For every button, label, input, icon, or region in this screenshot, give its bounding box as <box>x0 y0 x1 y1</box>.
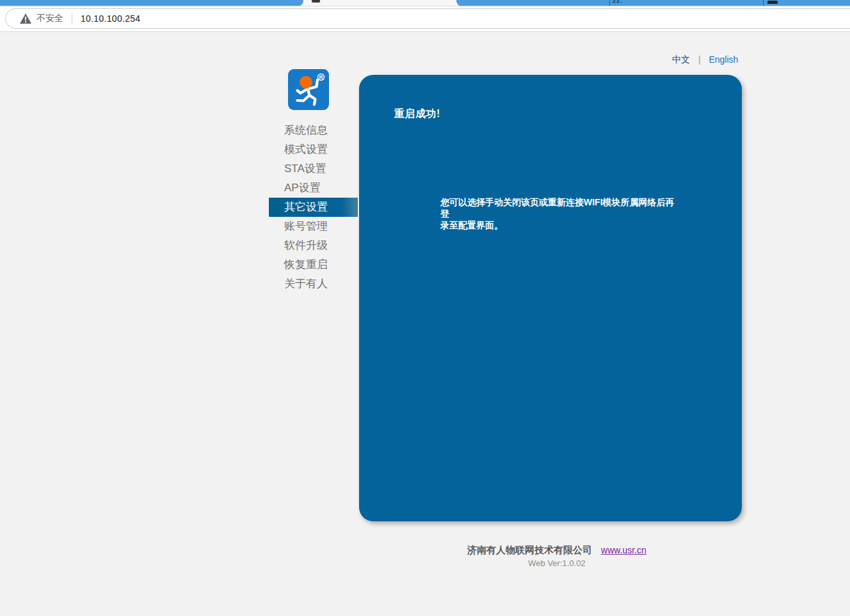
panel-title: 重启成功! <box>394 107 440 121</box>
url-text[interactable]: 10.10.100.254 <box>81 13 140 24</box>
usr-logo: R <box>288 69 329 110</box>
usr-website-link[interactable]: www.usr.cn <box>601 545 646 555</box>
lang-english-link[interactable]: English <box>709 54 738 65</box>
panel-message-line2: 录至配置界面。 <box>440 219 677 231</box>
sidebar-item-ap-settings[interactable]: AP设置 <box>269 178 358 198</box>
sidebar-item-software-upgrade[interactable]: 软件升级 <box>269 236 358 255</box>
tab-divider <box>609 0 610 6</box>
panel-message: 您可以选择手动关闭该页或重新连接WIFI模块所属网络后再登 录至配置界面。 <box>440 196 677 231</box>
sidebar-menu: 系统信息 模式设置 STA设置 AP设置 其它设置 账号管理 软件升级 恢复重启… <box>269 121 358 294</box>
sidebar-item-restore-restart[interactable]: 恢复重启 <box>269 255 358 274</box>
web-version: Web Ver:1.0.02 <box>365 558 749 568</box>
browser-tab-right[interactable]: 22. <box>456 0 850 6</box>
company-name: 济南有人物联网技术有限公司 <box>467 544 592 555</box>
tab-divider <box>763 0 764 6</box>
tab-title-fragment: 22. <box>613 0 623 4</box>
sidebar-item-sta-settings[interactable]: STA设置 <box>269 159 358 178</box>
sidebar-item-about-usr[interactable]: 关于有人 <box>269 274 358 294</box>
sidebar-item-account-management[interactable]: 账号管理 <box>269 217 358 236</box>
omnibox-divider <box>72 13 72 24</box>
sidebar-item-other-settings[interactable]: 其它设置 <box>269 198 358 217</box>
browser-tab-strip: 22. <box>0 0 850 6</box>
lang-chinese-link[interactable]: 中文 <box>672 54 690 65</box>
sidebar-item-mode-settings[interactable]: 模式设置 <box>269 140 358 159</box>
address-bar[interactable]: 不安全 10.10.100.254 <box>5 8 850 29</box>
main-panel: 重启成功! 您可以选择手动关闭该页或重新连接WIFI模块所属网络后再登 录至配置… <box>359 75 742 521</box>
tab-favicon-icon <box>767 1 778 4</box>
screen: 22. 不安全 10.10.100.254 中文 | English <box>0 0 850 616</box>
browser-tab-left[interactable] <box>0 0 303 6</box>
browser-address-row: 不安全 10.10.100.254 <box>0 7 850 32</box>
warning-icon <box>20 13 31 24</box>
footer: 济南有人物联网技术有限公司www.usr.cn Web Ver:1.0.02 <box>365 544 749 568</box>
language-divider: | <box>698 54 701 65</box>
page-content: 中文 | English R 系统信息 模式设置 S <box>0 32 850 616</box>
svg-text:R: R <box>319 74 323 81</box>
language-switcher: 中文 | English <box>672 54 738 66</box>
sidebar-item-system-info[interactable]: 系统信息 <box>269 121 358 140</box>
security-label[interactable]: 不安全 <box>36 13 63 24</box>
tab-favicon-icon <box>312 0 320 3</box>
panel-message-line1: 您可以选择手动关闭该页或重新连接WIFI模块所属网络后再登 <box>440 196 677 219</box>
